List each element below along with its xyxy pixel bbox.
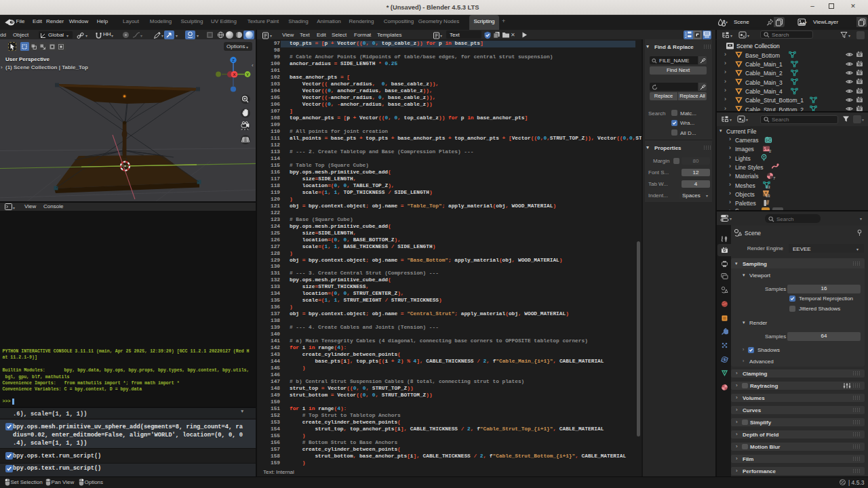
svg-text:Y: Y <box>246 73 249 77</box>
svg-text:Z: Z <box>232 58 235 62</box>
svg-text:‹: ‹ <box>252 62 254 68</box>
svg-text:2: 2 <box>685 35 687 38</box>
svg-text:X: X <box>233 73 235 77</box>
